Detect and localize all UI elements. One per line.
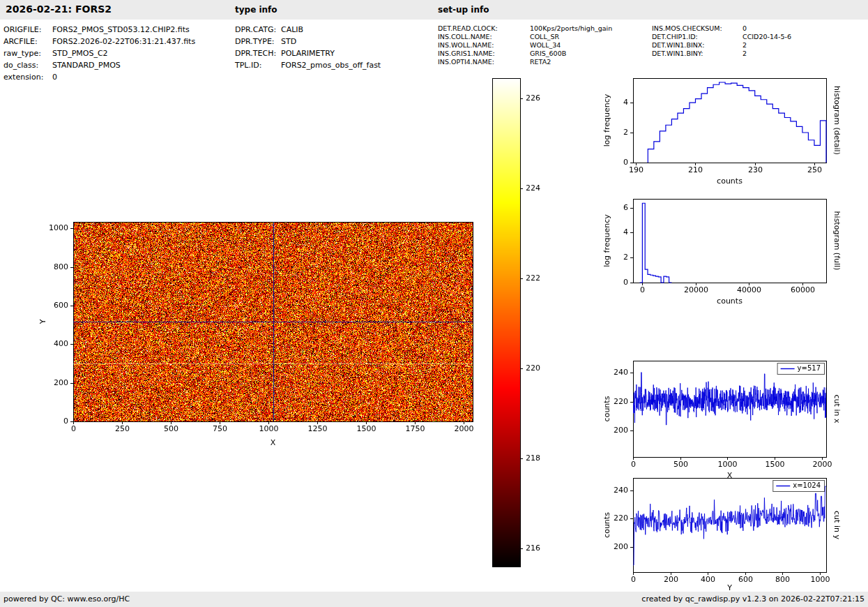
metadata-value: RETA2 xyxy=(530,58,551,66)
metadata-row: INS.GRIS1.NAME:GRIS_600B xyxy=(438,50,612,58)
metadata-row: DET.READ.CLOCK:100Kps/2ports/high_gain xyxy=(438,24,612,33)
metadata-row: ARCFILE:FORS2.2026-02-22T06:31:21.437.fi… xyxy=(3,36,195,47)
metadata-row: DET.WIN1.BINX:2 xyxy=(652,41,791,50)
metadata-label: DPR.CATG: xyxy=(235,24,281,36)
type-info-block: DPR.CATG:CALIBDPR.TYPE:STDDPR.TECH:POLAR… xyxy=(235,24,381,71)
header-bar: 2026-02-21: FORS2 type info set-up info xyxy=(0,0,868,20)
metadata-label: do_class: xyxy=(3,59,52,71)
footer-credit: powered by QC: www.eso.org/HC xyxy=(3,594,130,604)
metadata-label: INS.COLL.NAME: xyxy=(438,33,530,41)
metadata-label: DET.READ.CLOCK: xyxy=(438,24,530,33)
metadata-label: DET.WIN1.BINY: xyxy=(652,50,743,58)
metadata-label: DPR.TYPE: xyxy=(235,36,281,47)
metadata-row: DET.CHIP1.ID:CCID20-14-5-6 xyxy=(652,33,791,41)
metadata-row: ORIGFILE:FORS2_PMOS_STD053.12.CHIP2.fits xyxy=(3,24,195,36)
metadata-value: COLL_SR xyxy=(530,33,559,41)
type-info-heading: type info xyxy=(235,5,277,15)
metadata-value: GRIS_600B xyxy=(530,50,566,58)
qc-report-page: 2026-02-21: FORS2 type info set-up info … xyxy=(0,0,868,607)
setup-info-block-a: DET.READ.CLOCK:100Kps/2ports/high_gainIN… xyxy=(438,24,612,66)
metadata-value: STD_PMOS_C2 xyxy=(52,47,108,59)
metadata-label: ARCFILE: xyxy=(3,36,52,47)
metadata-value: STD xyxy=(281,36,296,47)
metadata-value: CCID20-14-5-6 xyxy=(743,33,791,41)
metadata-row: INS.OPTI4.NAME:RETA2 xyxy=(438,58,612,66)
metadata-value: FORS2_PMOS_STD053.12.CHIP2.fits xyxy=(52,24,190,36)
metadata-label: INS.GRIS1.NAME: xyxy=(438,50,530,58)
metadata-row: extension:0 xyxy=(3,71,195,83)
metadata-row: DPR.TECH:POLARIMETRY xyxy=(235,47,381,59)
metadata-label: raw_type: xyxy=(3,47,52,59)
metadata-label: INS.WOLL.NAME: xyxy=(438,41,530,50)
footer-created: created by qc_rawdisp.py v1.2.3 on 2026-… xyxy=(641,594,865,604)
histogram-full-plot xyxy=(600,193,854,315)
footer-bar: powered by QC: www.eso.org/HC created by… xyxy=(0,592,868,607)
raw-frame-heatmap xyxy=(28,206,488,460)
metadata-row: TPL.ID:FORS2_pmos_obs_off_fast xyxy=(235,59,381,71)
metadata-value: FORS2_pmos_obs_off_fast xyxy=(281,59,381,71)
colorbar xyxy=(488,73,558,572)
metadata-label: ORIGFILE: xyxy=(3,24,52,36)
histogram-detail-plot xyxy=(600,73,854,195)
setup-info-heading: set-up info xyxy=(438,5,489,15)
metadata-value: STANDARD_PMOS xyxy=(52,59,121,71)
report-title: 2026-02-21: FORS2 xyxy=(6,3,112,15)
file-info-block: ORIGFILE:FORS2_PMOS_STD053.12.CHIP2.fits… xyxy=(3,24,195,83)
metadata-label: extension: xyxy=(3,71,52,83)
setup-info-block-b: INS.MOS.CHECKSUM:0DET.CHIP1.ID:CCID20-14… xyxy=(652,24,791,58)
metadata-row: INS.MOS.CHECKSUM:0 xyxy=(652,24,791,33)
metadata-value: 100Kps/2ports/high_gain xyxy=(530,24,612,33)
metadata-row: do_class:STANDARD_PMOS xyxy=(3,59,195,71)
cut-in-y-plot xyxy=(600,472,854,601)
metadata-row: DPR.TYPE:STD xyxy=(235,36,381,47)
metadata-label: INS.MOS.CHECKSUM: xyxy=(652,24,743,33)
metadata-value: 2 xyxy=(743,41,747,50)
metadata-value: POLARIMETRY xyxy=(281,47,335,59)
metadata-label: DPR.TECH: xyxy=(235,47,281,59)
metadata-row: DET.WIN1.BINY:2 xyxy=(652,50,791,58)
metadata-label: INS.OPTI4.NAME: xyxy=(438,58,530,66)
metadata-value: 0 xyxy=(52,71,57,83)
metadata-value: 2 xyxy=(743,50,747,58)
cut-in-x-plot xyxy=(600,355,854,484)
metadata-value: CALIB xyxy=(281,24,303,36)
metadata-row: raw_type:STD_PMOS_C2 xyxy=(3,47,195,59)
metadata-value: FORS2.2026-02-22T06:31:21.437.fits xyxy=(52,36,195,47)
metadata-value: WOLL_34 xyxy=(530,41,561,50)
metadata-label: TPL.ID: xyxy=(235,59,281,71)
metadata-label: DET.CHIP1.ID: xyxy=(652,33,743,41)
metadata-label: DET.WIN1.BINX: xyxy=(652,41,743,50)
metadata-row: DPR.CATG:CALIB xyxy=(235,24,381,36)
metadata-row: INS.COLL.NAME:COLL_SR xyxy=(438,33,612,41)
metadata-value: 0 xyxy=(743,24,747,33)
metadata-row: INS.WOLL.NAME:WOLL_34 xyxy=(438,41,612,50)
